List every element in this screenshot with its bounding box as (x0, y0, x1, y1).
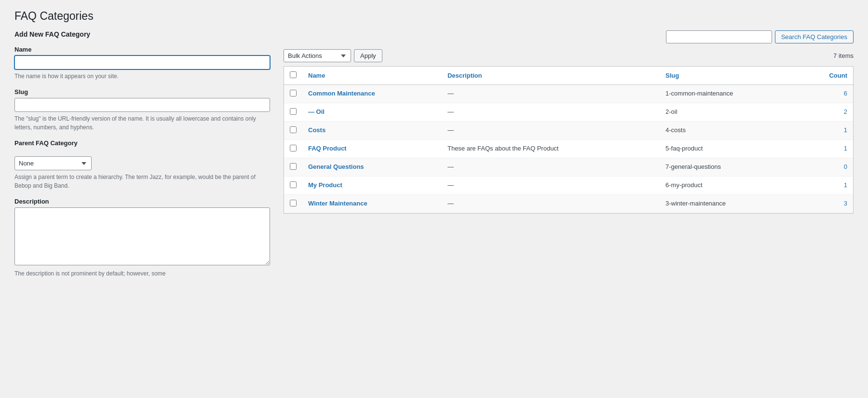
name-input[interactable] (14, 55, 270, 69)
slug-input[interactable] (14, 98, 270, 112)
row-count-cell[interactable]: 0 (800, 158, 853, 177)
items-count: 7 items (833, 52, 854, 59)
row-count-cell[interactable]: 1 (800, 177, 853, 195)
row-checkbox-cell (284, 177, 302, 195)
row-checkbox-cell (284, 122, 302, 140)
category-name-link[interactable]: General Questions (308, 163, 364, 170)
parent-hint: Assign a parent term to create a hierarc… (14, 173, 270, 190)
bulk-actions-select[interactable]: Bulk Actions (284, 49, 351, 62)
row-name-cell: FAQ Product (302, 140, 442, 158)
row-description-cell: — (442, 177, 660, 195)
row-description-cell: — (442, 85, 660, 103)
slug-field-group: Slug The "slug" is the URL-friendly vers… (14, 88, 270, 132)
row-description-cell: — (442, 122, 660, 140)
row-checkbox-cell (284, 195, 302, 213)
table-row: Costs — 4-costs 1 (284, 122, 853, 140)
row-slug-cell: 1-common-maintenance (660, 85, 800, 103)
page-title: FAQ Categories (14, 10, 854, 23)
table-row: My Product — 6-my-product 1 (284, 177, 853, 195)
col-header-slug[interactable]: Slug (660, 67, 800, 85)
row-checkbox-cell (284, 85, 302, 103)
row-description-cell: These are FAQs about the FAQ Product (442, 140, 660, 158)
row-checkbox[interactable] (290, 145, 297, 151)
row-checkbox[interactable] (290, 108, 297, 115)
table-wrapper: Name Description Slug Count Common Maint… (284, 66, 854, 214)
category-name-link[interactable]: Costs (308, 126, 326, 134)
search-button[interactable]: Search FAQ Categories (775, 30, 854, 43)
table-row: Winter Maintenance — 3-winter-maintenanc… (284, 195, 853, 213)
slug-hint: The "slug" is the URL-friendly version o… (14, 114, 270, 132)
row-slug-cell: 6-my-product (660, 177, 800, 195)
description-textarea[interactable] (14, 207, 270, 265)
row-name-cell: General Questions (302, 158, 442, 177)
categories-table-panel: Search FAQ Categories Bulk Actions Apply… (284, 30, 854, 214)
row-slug-cell: 2-oil (660, 103, 800, 122)
row-checkbox[interactable] (290, 181, 297, 188)
apply-button[interactable]: Apply (354, 49, 382, 62)
row-slug-cell: 5-faq-product (660, 140, 800, 158)
categories-table: Name Description Slug Count Common Maint… (284, 67, 853, 213)
row-description-cell: — (442, 158, 660, 177)
row-checkbox[interactable] (290, 90, 297, 96)
parent-field-group: Parent FAQ Category None Assign a parent… (14, 139, 270, 190)
row-slug-cell: 3-winter-maintenance (660, 195, 800, 213)
row-count-cell[interactable]: 6 (800, 85, 853, 103)
row-slug-cell: 7-general-questions (660, 158, 800, 177)
table-header-row: Name Description Slug Count (284, 67, 853, 85)
table-row: FAQ Product These are FAQs about the FAQ… (284, 140, 853, 158)
row-name-cell: Common Maintenance (302, 85, 442, 103)
category-name-link[interactable]: My Product (308, 181, 342, 189)
category-name-link[interactable]: — Oil (308, 108, 325, 115)
row-count-cell[interactable]: 1 (800, 140, 853, 158)
search-area: Search FAQ Categories (666, 30, 854, 43)
col-header-count[interactable]: Count (800, 67, 853, 85)
parent-label: Parent FAQ Category (14, 139, 270, 147)
slug-label: Slug (14, 88, 270, 96)
table-row: Common Maintenance — 1-common-maintenanc… (284, 85, 853, 103)
search-row: Search FAQ Categories (284, 30, 854, 43)
row-count-cell[interactable]: 1 (800, 122, 853, 140)
row-checkbox-cell (284, 103, 302, 122)
row-checkbox[interactable] (290, 163, 297, 170)
row-checkbox-cell (284, 140, 302, 158)
table-row: — Oil — 2-oil 2 (284, 103, 853, 122)
row-checkbox[interactable] (290, 200, 297, 206)
category-name-link[interactable]: FAQ Product (308, 145, 346, 152)
row-checkbox[interactable] (290, 126, 297, 133)
form-heading: Add New FAQ Category (14, 30, 270, 38)
row-name-cell: Costs (302, 122, 442, 140)
category-name-link[interactable]: Common Maintenance (308, 90, 375, 97)
category-name-link[interactable]: Winter Maintenance (308, 200, 367, 207)
bulk-actions-bar: Bulk Actions Apply 7 items (284, 49, 854, 62)
description-label: Description (14, 198, 270, 205)
row-count-cell[interactable]: 2 (800, 103, 853, 122)
description-hint: The description is not prominent by defa… (14, 269, 270, 278)
row-checkbox-cell (284, 158, 302, 177)
search-input[interactable] (666, 30, 772, 43)
name-label: Name (14, 46, 270, 53)
row-description-cell: — (442, 195, 660, 213)
table-row: General Questions — 7-general-questions … (284, 158, 853, 177)
select-all-checkbox[interactable] (290, 71, 297, 78)
add-category-form: Add New FAQ Category Name The name is ho… (14, 30, 270, 286)
row-name-cell: Winter Maintenance (302, 195, 442, 213)
bulk-left: Bulk Actions Apply (284, 49, 382, 62)
row-description-cell: — (442, 103, 660, 122)
col-header-name[interactable]: Name (302, 67, 442, 85)
parent-select[interactable]: None (14, 156, 92, 170)
row-slug-cell: 4-costs (660, 122, 800, 140)
row-name-cell: — Oil (302, 103, 442, 122)
description-field-group: Description The description is not promi… (14, 198, 270, 278)
name-hint: The name is how it appears on your site. (14, 72, 270, 81)
row-name-cell: My Product (302, 177, 442, 195)
name-field-group: Name The name is how it appears on your … (14, 46, 270, 81)
col-header-description[interactable]: Description (442, 67, 660, 85)
row-count-cell[interactable]: 3 (800, 195, 853, 213)
select-all-header[interactable] (284, 67, 302, 85)
